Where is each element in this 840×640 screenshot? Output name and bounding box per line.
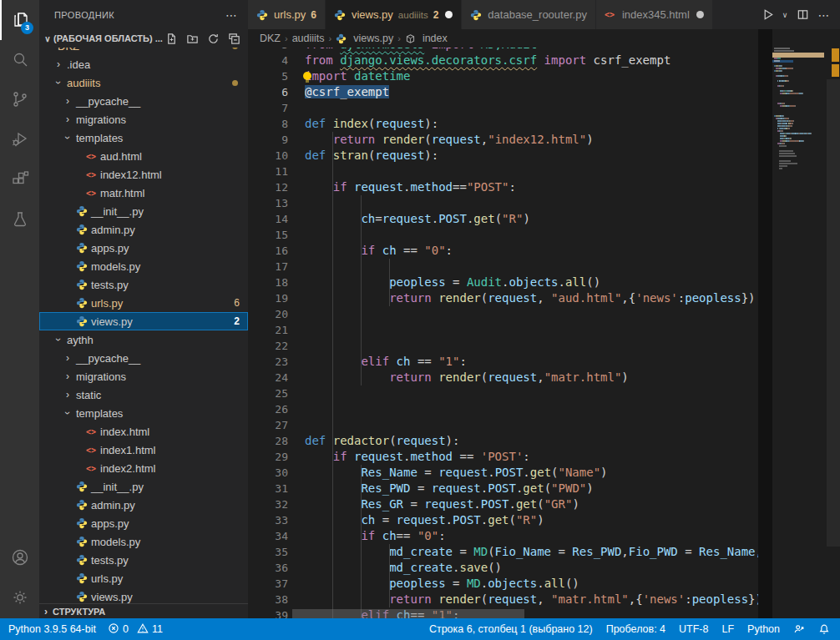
tree-item-tests-py[interactable]: tests.py: [39, 551, 248, 569]
status-encoding[interactable]: UTF-8: [679, 623, 708, 635]
account-icon: [10, 547, 30, 570]
collapse-all-icon[interactable]: [226, 31, 241, 46]
activity-account[interactable]: [0, 538, 39, 578]
tree-item-tests-py[interactable]: tests.py: [39, 275, 248, 294]
activity-search[interactable]: [0, 40, 39, 80]
warning-icon: [137, 622, 149, 637]
python-file-icon: [334, 9, 347, 21]
workspace-section-header[interactable]: ∨ (РАБОЧАЯ ОБЛАСТЬ) ...: [39, 29, 248, 48]
status-eol[interactable]: LF: [721, 623, 734, 635]
split-editor-button[interactable]: [793, 6, 812, 24]
breadcrumb-item-views-py[interactable]: views.py: [336, 33, 393, 44]
tree-item-label: audiiits: [67, 77, 100, 89]
line-number: 18: [248, 275, 288, 290]
tree-item-admin-py[interactable]: admin.py: [39, 220, 248, 239]
code-content[interactable]: from aythh.models import MD,Auditfrom dj…: [305, 37, 758, 618]
status-cursor-position[interactable]: Строка 6, столбец 1 (выбрано 12): [429, 623, 593, 635]
tree-item-static[interactable]: ›static: [39, 386, 248, 404]
activity-testing[interactable]: [0, 200, 39, 240]
tree-item-apps-py[interactable]: apps.py: [39, 514, 248, 532]
tree-item-urls-py[interactable]: urls.py6: [39, 294, 248, 312]
tree-item-templates[interactable]: ›templates: [39, 129, 248, 147]
new-folder-icon[interactable]: [185, 31, 200, 46]
chevron-down-icon: ›: [62, 131, 73, 144]
tree-item-views-py[interactable]: views.py2: [39, 312, 248, 330]
tree-item-label: models.py: [91, 536, 140, 548]
tree-item-admin-py[interactable]: admin.py: [39, 496, 248, 514]
symbol-icon: [405, 33, 419, 44]
minimap[interactable]: [772, 29, 824, 618]
tree-item--pycache-[interactable]: ›__pycache__: [39, 92, 248, 110]
activity-run-debug[interactable]: [0, 120, 39, 160]
status-language-mode[interactable]: Python: [747, 623, 780, 635]
tree-item-index-html[interactable]: <>index.html: [39, 422, 248, 441]
tree-item-models-py[interactable]: models.py: [39, 532, 248, 551]
tree-item-matr-html[interactable]: <>matr.html: [39, 184, 248, 202]
tree-item-index2-html[interactable]: <>index2.html: [39, 459, 248, 477]
tab-index345-html[interactable]: <>index345.html: [596, 0, 713, 29]
breadcrumb: DKZ›audiiits›views.py›index: [248, 29, 758, 48]
code-line-25: [305, 386, 758, 401]
tree-item--init-py[interactable]: __init__.py: [39, 202, 248, 220]
editor-actions: ∨⋯: [758, 0, 833, 29]
new-file-icon[interactable]: [164, 31, 179, 46]
tree-item-models-py[interactable]: models.py: [39, 257, 248, 275]
tab-database-roouter-py[interactable]: database_roouter.py: [462, 0, 596, 29]
tree-item-templates[interactable]: ›templates: [39, 404, 248, 422]
activity-extensions[interactable]: [0, 160, 39, 200]
tree-item--idea[interactable]: ›.idea: [39, 55, 248, 73]
activity-source-control[interactable]: [0, 80, 39, 120]
python-file-icon: [74, 499, 89, 511]
breadcrumb-item-dkz[interactable]: DKZ: [260, 33, 281, 44]
tab-label: urls.py: [274, 8, 306, 21]
breadcrumb-item-audiiits[interactable]: audiiits: [292, 33, 325, 44]
tab-urls-py[interactable]: urls.py6: [248, 0, 326, 29]
outline-section-header[interactable]: › СТРУКТУРА: [39, 603, 248, 618]
code-line-15: [305, 227, 758, 243]
editor-more-actions-icon[interactable]: ⋯: [815, 6, 833, 24]
line-number: 16: [248, 243, 288, 259]
refresh-icon[interactable]: [205, 31, 220, 46]
status-feedback[interactable]: [793, 623, 805, 635]
chevron-right-icon: ›: [61, 95, 74, 107]
tree-item-dkz[interactable]: ›DKZ: [39, 48, 248, 55]
breadcrumb-label: DKZ: [260, 33, 281, 44]
line-number: 11: [248, 164, 288, 179]
tree-item-aud-html[interactable]: <>aud.html: [39, 147, 248, 165]
tree-item-index1-html[interactable]: <>index1.html: [39, 441, 248, 459]
vertical-scrollbar[interactable]: [827, 79, 840, 547]
lightbulb-icon[interactable]: [303, 72, 311, 80]
breadcrumb-item-index[interactable]: index: [405, 33, 448, 44]
status-label: Python 3.9.5 64-bit: [8, 623, 96, 635]
activity-explorer[interactable]: 3: [0, 0, 39, 40]
sidebar-title: ПРОВОДНИК: [54, 10, 114, 20]
code-editor[interactable]: 3456789101112131415161718192021222324252…: [248, 0, 758, 618]
status-notifications[interactable]: [818, 623, 830, 635]
tab-views-py[interactable]: views.pyaudiiits2: [326, 0, 462, 29]
code-line-27: [305, 417, 758, 433]
run-dropdown-icon[interactable]: ∨: [780, 6, 790, 24]
feedback-icon: [793, 623, 805, 635]
status-problems[interactable]: 011: [108, 622, 163, 637]
line-number: 15: [248, 227, 288, 243]
tree-item-apps-py[interactable]: apps.py: [39, 239, 248, 257]
sidebar-more-actions-icon[interactable]: ⋯: [225, 8, 238, 22]
status-indentation[interactable]: Пробелов: 4: [606, 623, 665, 635]
tree-item-urls-py[interactable]: urls.py: [39, 569, 248, 587]
run-python-file-button[interactable]: [758, 6, 777, 24]
tree-item-migrations[interactable]: ›migrations: [39, 110, 248, 129]
tree-item-index12-html[interactable]: <>index12.html: [39, 165, 248, 184]
tree-item-views-py[interactable]: views.py: [39, 587, 248, 603]
tree-item-label: apps.py: [91, 242, 129, 254]
tree-item--init-py[interactable]: __init__.py: [39, 477, 248, 496]
tree-item-migrations[interactable]: ›migrations: [39, 367, 248, 386]
tree-item--pycache-[interactable]: ›__pycache__: [39, 349, 248, 367]
horizontal-scrollbar[interactable]: [292, 609, 524, 618]
code-line-7: [305, 100, 758, 116]
breadcrumb-label: index: [423, 33, 448, 44]
tree-item-audiiits[interactable]: ›audiiits: [39, 73, 248, 92]
python-file-icon: [74, 481, 89, 492]
tree-item-aythh[interactable]: ›aythh: [39, 330, 248, 349]
status-python-version[interactable]: Python 3.9.5 64-bit: [8, 623, 96, 635]
activity-settings[interactable]: [0, 578, 39, 618]
